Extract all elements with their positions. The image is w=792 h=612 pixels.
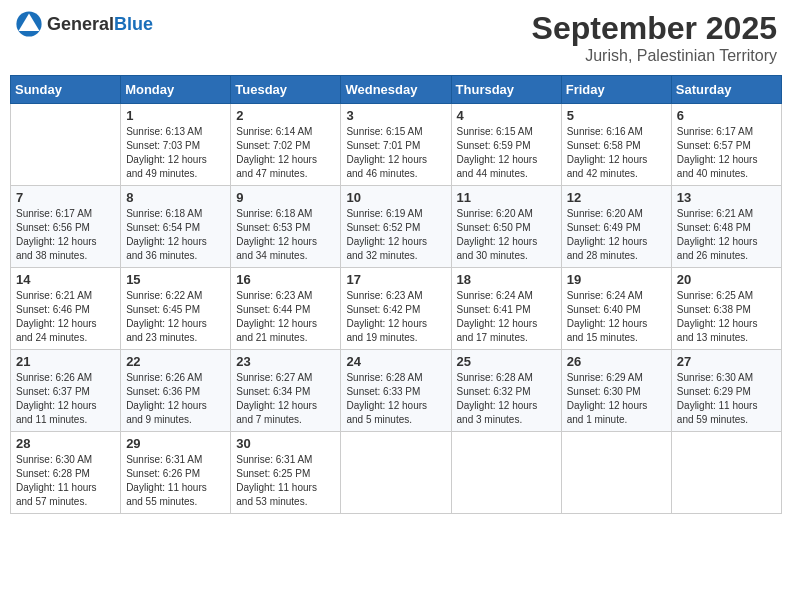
- calendar-week-row: 14Sunrise: 6:21 AM Sunset: 6:46 PM Dayli…: [11, 268, 782, 350]
- calendar-week-row: 28Sunrise: 6:30 AM Sunset: 6:28 PM Dayli…: [11, 432, 782, 514]
- calendar-cell: 21Sunrise: 6:26 AM Sunset: 6:37 PM Dayli…: [11, 350, 121, 432]
- calendar-cell: 18Sunrise: 6:24 AM Sunset: 6:41 PM Dayli…: [451, 268, 561, 350]
- day-info: Sunrise: 6:15 AM Sunset: 6:59 PM Dayligh…: [457, 125, 556, 181]
- day-info: Sunrise: 6:24 AM Sunset: 6:41 PM Dayligh…: [457, 289, 556, 345]
- calendar-cell: 3Sunrise: 6:15 AM Sunset: 7:01 PM Daylig…: [341, 104, 451, 186]
- day-number: 3: [346, 108, 445, 123]
- column-header-thursday: Thursday: [451, 76, 561, 104]
- logo: GeneralBlue: [15, 10, 153, 38]
- calendar-cell: 30Sunrise: 6:31 AM Sunset: 6:25 PM Dayli…: [231, 432, 341, 514]
- day-info: Sunrise: 6:22 AM Sunset: 6:45 PM Dayligh…: [126, 289, 225, 345]
- day-info: Sunrise: 6:28 AM Sunset: 6:33 PM Dayligh…: [346, 371, 445, 427]
- day-number: 12: [567, 190, 666, 205]
- day-number: 30: [236, 436, 335, 451]
- calendar-cell: 29Sunrise: 6:31 AM Sunset: 6:26 PM Dayli…: [121, 432, 231, 514]
- day-info: Sunrise: 6:14 AM Sunset: 7:02 PM Dayligh…: [236, 125, 335, 181]
- day-info: Sunrise: 6:16 AM Sunset: 6:58 PM Dayligh…: [567, 125, 666, 181]
- day-number: 28: [16, 436, 115, 451]
- calendar-week-row: 1Sunrise: 6:13 AM Sunset: 7:03 PM Daylig…: [11, 104, 782, 186]
- calendar-week-row: 21Sunrise: 6:26 AM Sunset: 6:37 PM Dayli…: [11, 350, 782, 432]
- day-info: Sunrise: 6:18 AM Sunset: 6:53 PM Dayligh…: [236, 207, 335, 263]
- calendar-table: SundayMondayTuesdayWednesdayThursdayFrid…: [10, 75, 782, 514]
- calendar-cell: 16Sunrise: 6:23 AM Sunset: 6:44 PM Dayli…: [231, 268, 341, 350]
- day-number: 20: [677, 272, 776, 287]
- logo-blue-text: Blue: [114, 14, 153, 34]
- calendar-cell: 28Sunrise: 6:30 AM Sunset: 6:28 PM Dayli…: [11, 432, 121, 514]
- calendar-cell: 17Sunrise: 6:23 AM Sunset: 6:42 PM Dayli…: [341, 268, 451, 350]
- day-info: Sunrise: 6:29 AM Sunset: 6:30 PM Dayligh…: [567, 371, 666, 427]
- calendar-cell: 2Sunrise: 6:14 AM Sunset: 7:02 PM Daylig…: [231, 104, 341, 186]
- day-info: Sunrise: 6:23 AM Sunset: 6:44 PM Dayligh…: [236, 289, 335, 345]
- calendar-cell: 27Sunrise: 6:30 AM Sunset: 6:29 PM Dayli…: [671, 350, 781, 432]
- day-info: Sunrise: 6:27 AM Sunset: 6:34 PM Dayligh…: [236, 371, 335, 427]
- column-header-wednesday: Wednesday: [341, 76, 451, 104]
- day-info: Sunrise: 6:21 AM Sunset: 6:48 PM Dayligh…: [677, 207, 776, 263]
- day-info: Sunrise: 6:31 AM Sunset: 6:25 PM Dayligh…: [236, 453, 335, 509]
- day-info: Sunrise: 6:17 AM Sunset: 6:57 PM Dayligh…: [677, 125, 776, 181]
- day-number: 17: [346, 272, 445, 287]
- column-header-sunday: Sunday: [11, 76, 121, 104]
- location-title: Jurish, Palestinian Territory: [532, 47, 777, 65]
- day-info: Sunrise: 6:31 AM Sunset: 6:26 PM Dayligh…: [126, 453, 225, 509]
- day-number: 9: [236, 190, 335, 205]
- day-info: Sunrise: 6:30 AM Sunset: 6:28 PM Dayligh…: [16, 453, 115, 509]
- day-info: Sunrise: 6:25 AM Sunset: 6:38 PM Dayligh…: [677, 289, 776, 345]
- day-info: Sunrise: 6:17 AM Sunset: 6:56 PM Dayligh…: [16, 207, 115, 263]
- day-info: Sunrise: 6:24 AM Sunset: 6:40 PM Dayligh…: [567, 289, 666, 345]
- day-info: Sunrise: 6:30 AM Sunset: 6:29 PM Dayligh…: [677, 371, 776, 427]
- calendar-cell: 11Sunrise: 6:20 AM Sunset: 6:50 PM Dayli…: [451, 186, 561, 268]
- day-number: 11: [457, 190, 556, 205]
- day-number: 27: [677, 354, 776, 369]
- column-header-saturday: Saturday: [671, 76, 781, 104]
- calendar-cell: [671, 432, 781, 514]
- calendar-cell: 14Sunrise: 6:21 AM Sunset: 6:46 PM Dayli…: [11, 268, 121, 350]
- day-number: 25: [457, 354, 556, 369]
- day-number: 6: [677, 108, 776, 123]
- day-number: 10: [346, 190, 445, 205]
- calendar-cell: 7Sunrise: 6:17 AM Sunset: 6:56 PM Daylig…: [11, 186, 121, 268]
- calendar-cell: 5Sunrise: 6:16 AM Sunset: 6:58 PM Daylig…: [561, 104, 671, 186]
- day-number: 19: [567, 272, 666, 287]
- calendar-cell: [451, 432, 561, 514]
- day-number: 1: [126, 108, 225, 123]
- day-info: Sunrise: 6:23 AM Sunset: 6:42 PM Dayligh…: [346, 289, 445, 345]
- day-number: 5: [567, 108, 666, 123]
- calendar-cell: 24Sunrise: 6:28 AM Sunset: 6:33 PM Dayli…: [341, 350, 451, 432]
- calendar-cell: 10Sunrise: 6:19 AM Sunset: 6:52 PM Dayli…: [341, 186, 451, 268]
- day-info: Sunrise: 6:28 AM Sunset: 6:32 PM Dayligh…: [457, 371, 556, 427]
- calendar-cell: 22Sunrise: 6:26 AM Sunset: 6:36 PM Dayli…: [121, 350, 231, 432]
- page-header: GeneralBlue September 2025 Jurish, Pales…: [10, 10, 782, 65]
- day-number: 16: [236, 272, 335, 287]
- logo-general-text: General: [47, 14, 114, 34]
- calendar-cell: [11, 104, 121, 186]
- day-number: 26: [567, 354, 666, 369]
- day-info: Sunrise: 6:20 AM Sunset: 6:50 PM Dayligh…: [457, 207, 556, 263]
- day-number: 23: [236, 354, 335, 369]
- calendar-cell: 6Sunrise: 6:17 AM Sunset: 6:57 PM Daylig…: [671, 104, 781, 186]
- column-header-tuesday: Tuesday: [231, 76, 341, 104]
- day-info: Sunrise: 6:19 AM Sunset: 6:52 PM Dayligh…: [346, 207, 445, 263]
- day-info: Sunrise: 6:15 AM Sunset: 7:01 PM Dayligh…: [346, 125, 445, 181]
- calendar-cell: [341, 432, 451, 514]
- calendar-cell: 20Sunrise: 6:25 AM Sunset: 6:38 PM Dayli…: [671, 268, 781, 350]
- calendar-cell: 25Sunrise: 6:28 AM Sunset: 6:32 PM Dayli…: [451, 350, 561, 432]
- title-block: September 2025 Jurish, Palestinian Terri…: [532, 10, 777, 65]
- calendar-header-row: SundayMondayTuesdayWednesdayThursdayFrid…: [11, 76, 782, 104]
- calendar-cell: 26Sunrise: 6:29 AM Sunset: 6:30 PM Dayli…: [561, 350, 671, 432]
- day-info: Sunrise: 6:13 AM Sunset: 7:03 PM Dayligh…: [126, 125, 225, 181]
- day-number: 21: [16, 354, 115, 369]
- calendar-cell: 1Sunrise: 6:13 AM Sunset: 7:03 PM Daylig…: [121, 104, 231, 186]
- day-number: 24: [346, 354, 445, 369]
- day-number: 22: [126, 354, 225, 369]
- day-number: 18: [457, 272, 556, 287]
- day-number: 29: [126, 436, 225, 451]
- calendar-cell: 13Sunrise: 6:21 AM Sunset: 6:48 PM Dayli…: [671, 186, 781, 268]
- calendar-cell: 19Sunrise: 6:24 AM Sunset: 6:40 PM Dayli…: [561, 268, 671, 350]
- calendar-cell: 15Sunrise: 6:22 AM Sunset: 6:45 PM Dayli…: [121, 268, 231, 350]
- calendar-cell: 12Sunrise: 6:20 AM Sunset: 6:49 PM Dayli…: [561, 186, 671, 268]
- month-title: September 2025: [532, 10, 777, 47]
- day-info: Sunrise: 6:20 AM Sunset: 6:49 PM Dayligh…: [567, 207, 666, 263]
- day-info: Sunrise: 6:26 AM Sunset: 6:36 PM Dayligh…: [126, 371, 225, 427]
- day-number: 4: [457, 108, 556, 123]
- day-info: Sunrise: 6:18 AM Sunset: 6:54 PM Dayligh…: [126, 207, 225, 263]
